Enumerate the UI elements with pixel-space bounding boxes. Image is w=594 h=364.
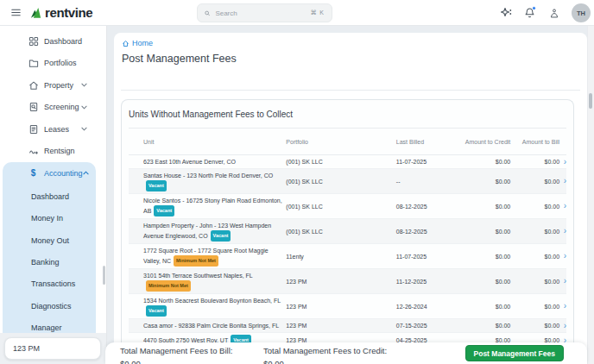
search-input[interactable] — [215, 9, 310, 17]
sidebar-item-portfolios[interactable]: Portfolios — [0, 53, 106, 75]
sidebar-subitem[interactable]: Diagnostics — [3, 295, 96, 317]
table-row[interactable]: 1772 Square Root - 1772 Square Root Magg… — [129, 244, 566, 269]
amount-to-bill-cell: $0.00 — [510, 304, 559, 310]
notification-badge-dot — [532, 6, 536, 10]
menu-icon[interactable] — [8, 5, 23, 21]
portfolio-selector[interactable]: 123 PM — [4, 337, 101, 360]
folder-icon — [28, 58, 39, 69]
home-icon — [122, 40, 130, 47]
sidebar-subitem-label: Dashboard — [31, 192, 69, 201]
user-avatar[interactable]: TH — [572, 3, 591, 22]
sidebar-item-screening[interactable]: Screening — [0, 97, 106, 119]
unit-cell: Casa amor - 92838 Palm Circle Bonita Spr… — [129, 321, 286, 330]
sidebar-subitem[interactable]: Money In — [3, 208, 96, 229]
rentvine-logo-icon — [29, 6, 42, 20]
breadcrumb[interactable]: Home — [122, 39, 153, 47]
amount-to-bill-cell: $0.00 — [510, 323, 559, 329]
table-row[interactable]: Nicole Santos - 16725 Stony Plain Road E… — [129, 194, 566, 219]
last-billed-cell: 11-07-2025 — [396, 254, 464, 260]
amount-to-credit-cell: $0.00 — [464, 279, 511, 285]
content-panel: Home Post Management Fees Units Without … — [114, 33, 587, 364]
sidebar-subitem-label: Manager — [31, 323, 62, 332]
row-chevron-icon[interactable]: › — [559, 253, 566, 260]
sidebar-item-property[interactable]: Property — [0, 74, 106, 97]
table-row[interactable]: 1534 North Seacrest Boulevard Boynton Be… — [129, 294, 566, 319]
unit-address: 623 East 10th Avenue Denver, CO — [143, 159, 236, 165]
row-chevron-icon[interactable]: › — [559, 159, 566, 166]
sidebar-item-dashboard[interactable]: Dashboard — [0, 30, 106, 53]
portfolio-cell: 11enty — [286, 254, 395, 260]
sidebar: Dashboard Portfolios Property Screening — [0, 26, 107, 364]
unit-status-badge: Vacant — [146, 305, 167, 317]
page-scrollbar-track[interactable] — [587, 26, 594, 364]
global-search[interactable]: ⌘ K — [197, 3, 332, 22]
last-billed-cell: 11-07-2025 — [396, 159, 464, 165]
amount-to-credit-cell: $0.00 — [464, 254, 511, 260]
portfolio-cell: (001) SK LLC — [286, 179, 395, 185]
unit-cell: 623 East 10th Avenue Denver, CO — [129, 157, 286, 166]
row-chevron-icon[interactable]: › — [559, 228, 566, 235]
table-body: 623 East 10th Avenue Denver, CO (001) SK… — [129, 155, 566, 364]
table-row[interactable]: Casa amor - 92838 Palm Circle Bonita Spr… — [129, 319, 566, 333]
sidebar-subitem-label: Transactions — [31, 279, 75, 288]
portfolio-cell: (001) SK LLC — [286, 204, 395, 210]
sidebar-item-accounting[interactable]: $ Accounting — [3, 162, 96, 185]
sidebar-subitem[interactable]: Dashboard — [3, 186, 96, 208]
brand-name: rentvine — [45, 5, 92, 20]
total-credit-value: $0.00 — [263, 359, 407, 364]
screening-icon — [28, 102, 39, 113]
sidebar-subitem[interactable]: Transactions — [3, 273, 96, 295]
dashboard-icon — [28, 35, 39, 47]
sidebar-item-rentsign[interactable]: Rentsign — [0, 141, 106, 163]
page-scrollbar-thumb[interactable] — [589, 93, 592, 109]
last-billed-cell: 07-15-2025 — [396, 323, 464, 329]
announcement-icon[interactable] — [547, 7, 560, 20]
sidebar-footer: 123 PM — [0, 333, 106, 364]
unit-status-badge: Vacant — [211, 230, 231, 242]
row-chevron-icon[interactable]: › — [559, 278, 566, 285]
main-area: Home Post Management Fees Units Without … — [108, 26, 594, 364]
amount-to-credit-cell: $0.00 — [464, 229, 511, 235]
chevron-up-icon — [83, 171, 89, 175]
unit-address: 3101 54th Terrace Southwest Naples, FL — [143, 273, 253, 279]
last-billed-cell: -- — [396, 179, 464, 185]
topbar: rentvine ⌘ K TH — [0, 0, 594, 26]
post-management-fees-button[interactable]: Post Management Fees — [465, 345, 564, 361]
row-chevron-icon[interactable]: › — [559, 323, 566, 329]
sidebar-subitem[interactable]: Banking — [3, 251, 96, 273]
sidebar-scrollbar-thumb[interactable] — [103, 266, 105, 285]
unit-address: Santas House - 123 North Pole Rod Denver… — [143, 173, 273, 179]
last-billed-cell: 11-12-2025 — [396, 279, 464, 285]
last-billed-cell: 12-26-2024 — [396, 304, 464, 310]
amount-to-bill-cell: $0.00 — [510, 279, 559, 285]
card-title: Units Without Management Fees to Collect — [122, 100, 573, 128]
sidebar-item-leases[interactable]: Leases — [0, 118, 106, 141]
table-row[interactable]: 3101 54th Terrace Southwest Naples, FLMi… — [129, 269, 566, 294]
last-billed-cell: 08-12-2025 — [396, 204, 464, 210]
sidebar-subitem[interactable]: Money Out — [3, 229, 96, 251]
unit-cell: 1534 North Seacrest Boulevard Boynton Be… — [129, 296, 286, 317]
table-row[interactable]: Hampden Property - John - 123 West Hampd… — [129, 219, 566, 244]
unit-address: Hampden Property - John - 123 West Hampd… — [143, 223, 271, 239]
total-credit-block: Total Management Fees to Credit: $0.00 — [263, 346, 407, 364]
rentvine-logo[interactable]: rentvine — [29, 5, 92, 20]
row-chevron-icon[interactable]: › — [559, 203, 566, 210]
unit-status-badge: Vacant — [154, 205, 174, 217]
table-row[interactable]: 623 East 10th Avenue Denver, CO (001) SK… — [129, 155, 566, 169]
column-header-unit: Unit — [129, 137, 286, 147]
row-chevron-icon[interactable]: › — [559, 178, 566, 185]
accounting-section: $ Accounting Dashboard Money In Money Ou… — [3, 162, 96, 342]
unit-status-badge: Vacant — [146, 180, 167, 191]
row-chevron-icon[interactable]: › — [559, 303, 566, 310]
total-bill-label: Total Management Fees to Bill: — [120, 346, 263, 355]
table-row[interactable]: Santas House - 123 North Pole Rod Denver… — [129, 169, 566, 194]
ai-sparkle-icon[interactable] — [499, 7, 512, 20]
total-bill-value: $0.00 — [120, 359, 263, 364]
amount-to-credit-cell: $0.00 — [464, 204, 511, 210]
column-header-amount-to-bill: Amount to Bill — [510, 139, 559, 145]
breadcrumb-home-link[interactable]: Home — [132, 39, 153, 47]
dollar-icon: $ — [28, 167, 39, 179]
search-icon — [205, 9, 210, 17]
sidebar-subitem-label: Money In — [31, 214, 63, 223]
notifications-bell-icon[interactable] — [523, 7, 536, 20]
